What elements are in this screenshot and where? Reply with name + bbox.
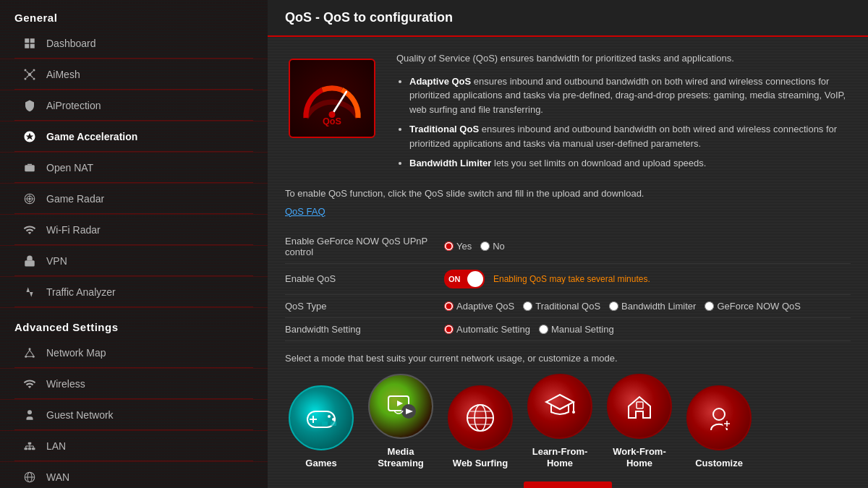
apply-row: Apply (285, 481, 851, 488)
qos-faq-link[interactable]: QoS FAQ (285, 206, 326, 217)
qos-type-geforce-radio[interactable] (705, 301, 714, 311)
qos-logo: QoS (285, 51, 379, 145)
svg-rect-46 (322, 421, 328, 426)
wifi-radar-icon (22, 222, 38, 238)
svg-line-24 (30, 350, 33, 356)
enable-text: To enable QoS function, click the QoS sl… (285, 188, 851, 199)
bullet-bandwidth: Bandwidth Limiter lets you set limits on… (409, 156, 851, 171)
svg-rect-29 (32, 448, 35, 450)
svg-line-12 (31, 76, 33, 78)
bandwidth-auto-radio[interactable] (444, 325, 454, 334)
qos-toggle-warning: Enabling QoS may take several minutes. (493, 274, 650, 284)
mode-item-games[interactable]: Games (285, 385, 357, 470)
sidebar-item-vpn[interactable]: VPN (0, 246, 268, 277)
bandwidth-setting-label: Bandwidth Setting (285, 324, 444, 335)
bandwidth-auto[interactable]: Automatic Setting (444, 324, 530, 335)
aiprotection-icon (22, 98, 38, 114)
toggle-knob (467, 271, 483, 287)
qos-toggle[interactable]: ON (444, 270, 485, 288)
mode-item-learn-from-home[interactable]: Learn-From-Home (524, 374, 596, 471)
qos-type-control: Adaptive QoS Traditional QoS Bandwidth L… (444, 301, 801, 312)
svg-point-60 (713, 408, 725, 420)
bandwidth-manual-radio[interactable] (539, 325, 548, 334)
web-surfing-label: Web Surfing (453, 458, 508, 470)
bullet-traditional: Traditional QoS ensures inbound and outb… (409, 122, 851, 150)
mode-item-media-streaming[interactable]: MediaStreaming (365, 374, 437, 471)
games-label: Games (305, 458, 336, 470)
media-streaming-icon-circle (368, 374, 433, 439)
svg-rect-13 (25, 165, 35, 171)
qos-type-bandwidth-radio[interactable] (609, 301, 618, 311)
svg-point-5 (25, 69, 27, 72)
qos-type-bandwidth[interactable]: Bandwidth Limiter (609, 301, 696, 312)
sidebar-item-aimesh[interactable]: AiMesh (0, 59, 268, 90)
lan-icon (22, 438, 38, 454)
enable-qos-row: Enable QoS ON Enabling QoS may take seve… (285, 264, 851, 295)
bandwidth-manual[interactable]: Manual Setting (539, 324, 614, 335)
traffic-analyzer-icon (22, 284, 38, 300)
games-svg (302, 398, 341, 438)
adaptive-qos-label: Adaptive QoS (409, 76, 471, 87)
apply-button[interactable]: Apply (524, 481, 611, 488)
sidebar-item-network-map[interactable]: Network Map (0, 338, 268, 369)
intro-section: QoS Quality of Service (QoS) ensures ban… (285, 51, 851, 176)
content-area: QoS Quality of Service (QoS) ensures ban… (268, 37, 868, 488)
feature-list: Adaptive QoS ensures inbound and outboun… (396, 74, 851, 171)
svg-point-44 (328, 415, 331, 418)
sidebar-item-game-acceleration[interactable]: Game Acceleration (0, 121, 268, 153)
qos-type-traditional[interactable]: Traditional QoS (523, 301, 600, 312)
traditional-label: Traditional QoS (535, 301, 600, 312)
media-streaming-label: MediaStreaming (378, 446, 424, 471)
qos-type-geforce[interactable]: GeForce NOW QoS (705, 301, 801, 312)
sidebar-item-open-nat[interactable]: Open NAT (0, 153, 268, 184)
geforce-now-yes[interactable]: Yes (444, 241, 472, 252)
page-header: QoS - QoS to configuration (268, 0, 868, 37)
general-section-label: General (0, 6, 268, 28)
svg-rect-2 (25, 44, 29, 48)
wan-icon (22, 469, 38, 485)
bandwidth-limiter-label: Bandwidth Limiter (409, 158, 491, 168)
mode-item-customize[interactable]: Customize (683, 385, 755, 470)
svg-rect-0 (25, 38, 29, 43)
customize-label: Customize (695, 458, 743, 470)
mode-item-work-from-home[interactable]: Work-From-Home (603, 374, 676, 471)
geforce-now-no[interactable]: No (480, 241, 505, 252)
sidebar-item-guest-network[interactable]: Guest Network (0, 400, 268, 431)
svg-marker-49 (397, 401, 403, 406)
enable-qos-label: Enable QoS (285, 273, 444, 284)
svg-rect-19 (25, 260, 35, 266)
bandwidth-auto-label: Automatic Setting (456, 324, 530, 335)
svg-rect-1 (30, 38, 35, 43)
adaptive-label: Adaptive QoS (456, 301, 514, 312)
svg-point-45 (332, 418, 335, 421)
qos-type-adaptive[interactable]: Adaptive QoS (444, 301, 514, 312)
game-radar-icon (22, 191, 38, 207)
sidebar-item-dashboard[interactable]: Dashboard (0, 28, 268, 59)
work-from-home-svg (620, 386, 660, 426)
learn-from-home-icon-circle (527, 374, 592, 439)
sidebar-item-wireless[interactable]: Wireless (0, 369, 268, 400)
mode-item-web-surfing[interactable]: Web Surfing (444, 385, 516, 470)
svg-line-11 (27, 76, 29, 78)
svg-point-58 (572, 411, 575, 414)
geforce-now-yes-radio[interactable] (444, 241, 454, 251)
sidebar-item-wifi-radar[interactable]: Wi-Fi Radar (0, 215, 268, 246)
sidebar-item-wan[interactable]: WAN (0, 462, 268, 488)
bandwidth-setting-control: Automatic Setting Manual Setting (444, 324, 614, 335)
sidebar-item-lan[interactable]: LAN (0, 431, 268, 462)
sidebar-item-aiprotection[interactable]: AiProtection (0, 90, 268, 121)
sidebar-item-traffic-analyzer[interactable]: Traffic Analyzer (0, 277, 268, 308)
qos-type-traditional-radio[interactable] (523, 301, 532, 311)
geforce-now-no-radio[interactable] (480, 241, 490, 251)
bandwidth-limiter-text: lets you set limits on download and uplo… (491, 158, 706, 168)
main-content: QoS - QoS to configuration (268, 0, 868, 488)
intro-text: Quality of Service (QoS) ensures bandwid… (396, 51, 851, 66)
geforce-now-no-label: No (493, 241, 505, 252)
dashboard-icon (22, 35, 38, 51)
svg-point-20 (29, 348, 31, 350)
web-surfing-icon-circle (448, 385, 513, 450)
sidebar: General Dashboard AiMesh AiProtection Ga… (0, 0, 268, 488)
wireless-icon (22, 376, 38, 392)
qos-type-adaptive-radio[interactable] (444, 301, 454, 311)
sidebar-item-game-radar[interactable]: Game Radar (0, 184, 268, 215)
